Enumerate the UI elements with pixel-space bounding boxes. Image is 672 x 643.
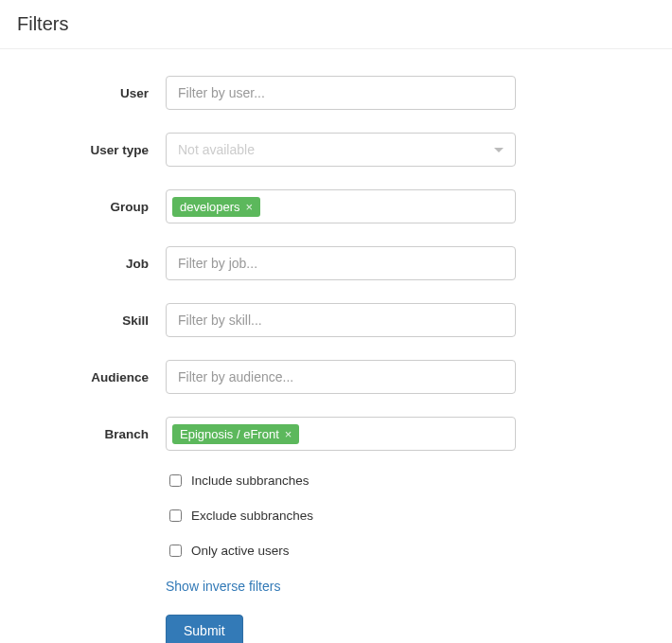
label-skill: Skill [19, 313, 166, 328]
row-audience: Audience [19, 360, 653, 394]
label-audience: Audience [19, 370, 166, 384]
skill-input[interactable] [166, 303, 516, 337]
submit-button[interactable]: Submit [166, 615, 243, 643]
filters-form: User User type Not available Group devel… [0, 49, 672, 643]
group-tag-label: developers [180, 200, 240, 214]
chevron-down-icon [494, 148, 504, 152]
audience-input[interactable] [166, 360, 516, 394]
row-skill: Skill [19, 303, 653, 337]
label-group: Group [19, 200, 166, 214]
group-input[interactable]: developers × [166, 189, 516, 223]
show-inverse-filters-link[interactable]: Show inverse filters [166, 579, 280, 594]
include-subbranches-checkbox[interactable] [169, 474, 182, 487]
row-exclude-subbranches: Exclude subbranches [166, 509, 653, 523]
row-include-subbranches: Include subbranches [166, 473, 653, 488]
exclude-subbranches-checkbox[interactable] [169, 509, 182, 522]
user-type-select[interactable]: Not available [166, 133, 516, 167]
user-input[interactable] [166, 76, 516, 110]
row-branch: Branch Epignosis / eFront × [19, 417, 653, 451]
row-submit: Submit [166, 615, 653, 643]
label-user: User [19, 86, 166, 100]
row-group: Group developers × [19, 189, 653, 223]
row-job: Job [19, 246, 653, 280]
active-users-label: Only active users [191, 544, 290, 558]
label-user-type: User type [19, 143, 166, 157]
row-user: User [19, 76, 653, 110]
include-subbranches-label: Include subbranches [191, 473, 309, 488]
filters-header: Filters [0, 0, 672, 49]
exclude-subbranches-label: Exclude subbranches [191, 509, 313, 523]
job-input[interactable] [166, 246, 516, 280]
branch-tag-label: Epignosis / eFront [180, 427, 279, 441]
label-job: Job [19, 257, 166, 271]
row-user-type: User type Not available [19, 133, 653, 167]
user-type-placeholder: Not available [178, 142, 255, 157]
branch-input[interactable]: Epignosis / eFront × [166, 417, 516, 451]
group-tag: developers × [172, 197, 260, 217]
branch-tag: Epignosis / eFront × [172, 424, 299, 444]
label-branch: Branch [19, 427, 166, 441]
row-active-users: Only active users [166, 544, 653, 558]
page-title: Filters [17, 13, 655, 35]
close-icon[interactable]: × [246, 201, 254, 213]
active-users-checkbox[interactable] [169, 545, 182, 557]
close-icon[interactable]: × [285, 428, 292, 440]
row-inverse-link: Show inverse filters [166, 579, 653, 594]
